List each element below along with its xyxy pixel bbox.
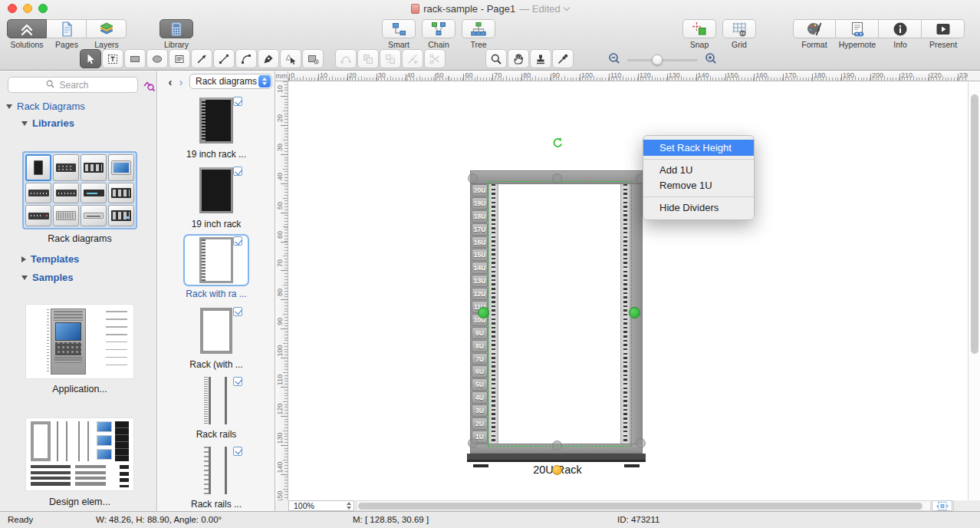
tool-ungroup-tool[interactable]	[380, 49, 401, 68]
zoom-in-icon[interactable]	[705, 52, 717, 68]
tool-crop-tool[interactable]	[302, 49, 324, 68]
minimize-window-button[interactable]	[23, 4, 32, 13]
sample-thumbnail-design-elements[interactable]	[25, 417, 134, 491]
resize-handle-right[interactable]	[629, 307, 640, 318]
library-grid-cell-server-grid2[interactable]	[108, 205, 134, 226]
shape-item-rack-with[interactable]: Rack (with ...	[158, 302, 275, 371]
toolbar-button-pages[interactable]	[47, 19, 87, 38]
shape-checkbox[interactable]	[233, 447, 242, 456]
shape-item-rack-rails[interactable]: Rack rails	[158, 371, 275, 441]
tool-magnifier-tool[interactable]	[485, 49, 507, 68]
rotate-handle-icon[interactable]	[551, 137, 564, 149]
tool-eyedropper-tool[interactable]	[552, 49, 574, 68]
tool-hand-tool[interactable]	[508, 49, 529, 68]
tool-arrow-tool[interactable]	[191, 49, 212, 68]
rack-shape[interactable]: 20U19U18U17U16U15U14U13U12U11U10U9U8U7U6…	[470, 170, 643, 470]
toolbar-button-format[interactable]	[793, 19, 836, 38]
shape-checkbox[interactable]	[233, 307, 242, 316]
tool-line-tool[interactable]	[213, 49, 235, 68]
sidebar-item-samples[interactable]: Samples	[21, 272, 73, 283]
selection-handle[interactable]	[552, 173, 562, 183]
toolbar-button-layers[interactable]	[87, 19, 127, 38]
toolbar-button-solutions[interactable]	[7, 19, 47, 38]
tool-node-tool[interactable]	[280, 49, 301, 68]
library-grid-cell-server-line[interactable]	[81, 183, 107, 203]
resize-handle-left[interactable]	[478, 307, 489, 318]
tool-ellipse-tool[interactable]	[146, 49, 168, 68]
sidebar-item-templates[interactable]: Templates	[21, 253, 79, 265]
library-grid-cell-server-led[interactable]	[25, 205, 51, 226]
toolbar-button-smart[interactable]	[382, 19, 416, 38]
dropdown-stepper-icon[interactable]	[258, 75, 271, 87]
tool-reshape-tool[interactable]	[335, 49, 357, 68]
forward-chevron-icon[interactable]: ›	[176, 75, 186, 88]
menu-item-hide-dividers[interactable]: Hide Dividers	[643, 200, 754, 216]
tool-stamp-tool[interactable]	[530, 49, 551, 68]
selection-handle[interactable]	[636, 438, 646, 448]
tool-textblock-tool[interactable]	[169, 49, 190, 68]
shape-checkbox[interactable]	[233, 377, 242, 386]
library-grid-cell-server-dash[interactable]	[53, 154, 79, 181]
vertical-scrollbar[interactable]	[968, 81, 980, 500]
tool-arc-tool[interactable]	[235, 49, 257, 68]
zoom-slider[interactable]	[627, 59, 698, 61]
disclosure-triangle-icon[interactable]	[21, 276, 28, 280]
menu-item-remove-1u[interactable]: Remove 1U	[643, 178, 754, 193]
shape-item-19-inch-rack[interactable]: 19 inch rack	[158, 161, 275, 231]
shape-item-rack-rails[interactable]: Rack rails ...	[158, 441, 275, 511]
vertical-scrollbar-thumb[interactable]	[971, 94, 978, 354]
zoom-level-spinner[interactable]: 100%	[288, 500, 354, 511]
sample-thumbnail-application[interactable]	[25, 304, 134, 379]
shape-checkbox[interactable]	[233, 97, 242, 106]
library-grid-cell-monitor[interactable]	[108, 154, 134, 181]
tool-scissors-tool[interactable]	[424, 49, 446, 68]
selection-handle[interactable]	[552, 441, 562, 450]
toolbar-button-info[interactable]	[879, 19, 922, 38]
smart-action-badge-icon[interactable]	[552, 465, 562, 475]
zoom-out-icon[interactable]	[608, 52, 620, 68]
tool-rect-tool[interactable]	[124, 49, 146, 68]
toolbar-button-hypernote[interactable]	[836, 19, 879, 38]
tool-text-tool[interactable]	[102, 49, 123, 68]
library-grid-cell-server-grid[interactable]	[108, 183, 134, 203]
selection-handle[interactable]	[468, 438, 478, 448]
library-grid-cell-server-dots[interactable]	[25, 183, 51, 203]
tool-addpoint-tool[interactable]	[402, 49, 423, 68]
zoom-window-button[interactable]	[38, 4, 48, 13]
back-chevron-icon[interactable]: ‹	[165, 75, 176, 88]
horizontal-scrollbar-thumb[interactable]	[358, 503, 922, 510]
library-grid-cell-server-grid[interactable]	[81, 154, 107, 181]
close-window-button[interactable]	[8, 4, 17, 13]
search-input[interactable]	[58, 79, 101, 91]
toolbar-button-library[interactable]	[159, 19, 193, 38]
shape-checkbox[interactable]	[233, 167, 242, 176]
sidebar-item-libraries[interactable]: Libraries	[21, 117, 74, 129]
zoom-slider-thumb[interactable]	[652, 54, 663, 65]
library-grid-cell-server-dots[interactable]	[53, 183, 79, 203]
tool-group-tool[interactable]	[357, 49, 379, 68]
menu-item-set-rack-height[interactable]: Set Rack Height	[643, 140, 754, 156]
fit-page-button[interactable]	[932, 500, 952, 511]
menu-item-add-1u[interactable]: Add 1U	[643, 163, 754, 178]
tool-pointer-tool[interactable]	[80, 49, 101, 68]
disclosure-triangle-icon[interactable]	[21, 121, 28, 126]
toolbar-button-snap[interactable]	[682, 19, 716, 38]
toolbar-button-chain[interactable]	[422, 19, 455, 38]
library-thumbnail-grid[interactable]	[22, 151, 137, 229]
disclosure-triangle-icon[interactable]	[6, 104, 12, 109]
sidebar-item-rack-diagrams[interactable]: Rack Diagrams	[6, 101, 85, 112]
horizontal-scrollbar[interactable]	[356, 500, 931, 511]
shape-item-19-inch-rack[interactable]: 19 inch rack ...	[158, 91, 275, 161]
disclosure-triangle-icon[interactable]	[21, 256, 26, 262]
toolbar-button-grid[interactable]	[722, 19, 756, 38]
library-grid-cell-tower[interactable]	[25, 154, 51, 181]
chevron-down-icon[interactable]	[563, 4, 569, 10]
search-field[interactable]	[8, 77, 138, 93]
drawing-canvas[interactable]: 20U19U18U17U16U15U14U13U12U11U10U9U8U7U6…	[288, 81, 968, 500]
shape-checkbox[interactable]	[233, 236, 242, 246]
selection-handle[interactable]	[468, 173, 478, 183]
toolbar-button-present[interactable]	[922, 19, 965, 38]
shape-item-rack-with-ra[interactable]: Rack with ra ...	[158, 231, 275, 301]
library-grid-cell-server-vent[interactable]	[53, 205, 79, 226]
library-select-dropdown[interactable]: Rack diagrams	[189, 74, 272, 89]
